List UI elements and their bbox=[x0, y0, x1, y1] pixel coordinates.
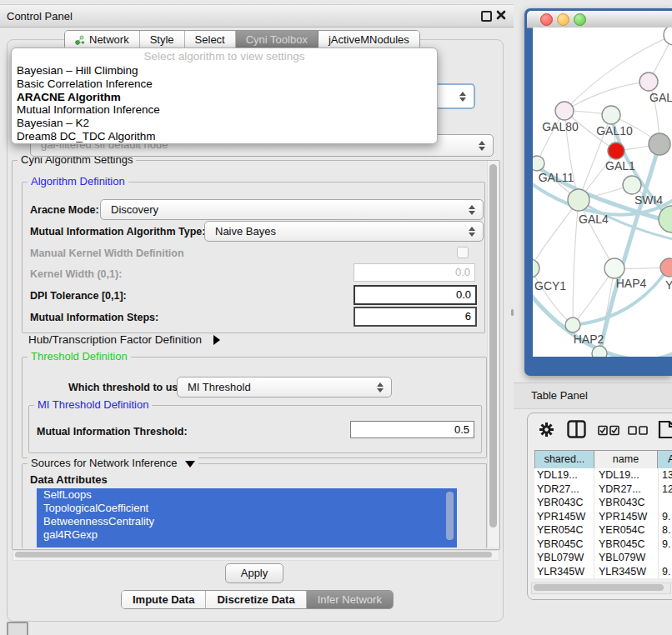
table-cell[interactable]: 9. bbox=[659, 538, 672, 552]
tab-style[interactable]: Style bbox=[140, 31, 185, 49]
table-cell[interactable]: YBR043C bbox=[594, 496, 659, 510]
network-window[interactable]: GALGAL80GAL10GAL1GAL11SWI4GAL4GCY1HAP4YH… bbox=[524, 8, 672, 376]
table-cell[interactable]: YBR045C bbox=[534, 538, 594, 552]
data-attribute-item[interactable]: SelfLoops bbox=[37, 488, 457, 502]
hub-definition-expander[interactable]: Hub/Transcription Factor Definition bbox=[28, 333, 220, 346]
window-minimize-icon[interactable] bbox=[557, 13, 569, 26]
table-cell[interactable]: YDL19... bbox=[594, 468, 659, 482]
table-row[interactable]: YDL19...YDL19...13 bbox=[534, 468, 672, 482]
table-cell[interactable]: YDL19... bbox=[534, 468, 594, 482]
network-node[interactable] bbox=[568, 189, 589, 211]
column-header-name[interactable]: name bbox=[594, 451, 658, 468]
mi-steps-field[interactable]: 6 bbox=[354, 307, 477, 327]
network-node[interactable] bbox=[555, 102, 574, 120]
settings-horizontal-scrollbar-thumb[interactable] bbox=[15, 552, 492, 558]
apply-button[interactable]: Apply bbox=[225, 563, 283, 583]
table-row[interactable]: YDR27...YDR27...12 bbox=[534, 482, 672, 497]
data-attributes-list[interactable]: SelfLoopsTopologicalCoefficientBetweenne… bbox=[37, 488, 457, 548]
network-node[interactable] bbox=[623, 176, 641, 194]
window-zoom-icon[interactable] bbox=[574, 13, 586, 26]
mi-algorithm-type-combobox[interactable]: Naive Bayes bbox=[204, 221, 484, 242]
table-cell[interactable]: YER054C bbox=[534, 523, 594, 538]
table-cell[interactable]: YBR045C bbox=[594, 538, 659, 552]
tab-cyni-toolbox[interactable]: Cyni Toolbox bbox=[236, 31, 318, 49]
table-cell[interactable]: YDR27... bbox=[534, 482, 594, 497]
table-cell[interactable]: 8. bbox=[659, 523, 672, 538]
table-cell[interactable]: YBR043C bbox=[534, 496, 594, 510]
network-canvas[interactable]: GALGAL80GAL10GAL1GAL11SWI4GAL4GCY1HAP4YH… bbox=[533, 28, 672, 357]
kernel-width-field[interactable]: 0.0 bbox=[354, 263, 475, 282]
data-attribute-item[interactable]: gal4RGexp bbox=[37, 528, 457, 542]
mi-threshold-field[interactable]: 0.5 bbox=[350, 421, 474, 438]
table-row[interactable]: YBL079WYBL079W bbox=[534, 551, 672, 565]
table-cell[interactable] bbox=[659, 496, 672, 510]
dpi-tolerance-field[interactable]: 0.0 bbox=[354, 285, 477, 305]
float-panel-icon[interactable] bbox=[481, 11, 492, 22]
network-node[interactable] bbox=[602, 106, 620, 124]
aracne-mode-combobox[interactable]: Discovery bbox=[100, 199, 484, 220]
table-row[interactable]: YER054CYER054C8. bbox=[534, 523, 672, 538]
table-cell[interactable]: YPR145W bbox=[594, 510, 659, 524]
table-cell[interactable]: YLR345W bbox=[534, 565, 594, 579]
settings-horizontal-scrollbar[interactable] bbox=[13, 550, 499, 561]
network-window-titlebar[interactable] bbox=[527, 11, 672, 28]
panel-splitter-handle[interactable] bbox=[511, 309, 514, 316]
which-threshold-combobox[interactable]: MI Threshold bbox=[177, 377, 392, 398]
data-attribute-item[interactable]: TopologicalCoefficient bbox=[37, 502, 457, 515]
table-row[interactable]: YBR045CYBR045C9. bbox=[534, 538, 672, 552]
network-node[interactable] bbox=[639, 72, 658, 91]
table-horizontal-scrollbar[interactable] bbox=[531, 582, 671, 594]
tab-infer-network[interactable]: Infer Network bbox=[307, 591, 393, 608]
algorithm-option[interactable]: Bayesian – K2 bbox=[12, 117, 437, 130]
tab-discretize-data[interactable]: Discretize Data bbox=[206, 591, 306, 608]
manual-kernel-width-checkbox[interactable] bbox=[457, 247, 469, 258]
column-header-shared[interactable]: shared... bbox=[535, 451, 594, 468]
table-row[interactable]: YPR145WYPR145W9. bbox=[534, 510, 672, 524]
table-cell[interactable] bbox=[659, 551, 672, 565]
network-node[interactable] bbox=[664, 28, 672, 45]
network-node[interactable] bbox=[608, 142, 624, 159]
network-node[interactable] bbox=[565, 318, 580, 332]
list-scrollbar-thumb[interactable] bbox=[446, 492, 454, 540]
table-cell[interactable]: YBL079W bbox=[534, 551, 594, 565]
new-table-icon[interactable] bbox=[658, 419, 672, 439]
table-row[interactable]: YLR345WYLR345W9. bbox=[534, 565, 672, 579]
algorithm-option[interactable]: Dream8 DC_TDC Algorithm bbox=[12, 130, 437, 143]
table-cell[interactable]: 9. bbox=[659, 510, 672, 524]
algorithm-option[interactable]: ARACNE Algorithm bbox=[12, 91, 437, 104]
tab-network[interactable]: Network bbox=[65, 31, 140, 49]
select-all-checkboxes-icon[interactable] bbox=[598, 425, 620, 436]
table-row[interactable]: YBR043CYBR043C bbox=[534, 496, 672, 510]
column-layout-icon[interactable] bbox=[567, 420, 586, 438]
tab-impute-data[interactable]: Impute Data bbox=[122, 591, 206, 608]
network-node[interactable] bbox=[533, 259, 539, 278]
network-node[interactable] bbox=[649, 133, 670, 155]
column-header-clipped[interactable]: A bbox=[658, 451, 672, 468]
table-body[interactable]: YDL19...YDL19...13YDR27...YDR27...12YBR0… bbox=[534, 468, 672, 578]
table-cell[interactable]: YPR145W bbox=[534, 510, 594, 524]
table-cell[interactable]: YBL079W bbox=[594, 551, 659, 565]
settings-vertical-scrollbar[interactable] bbox=[487, 161, 499, 548]
table-cell[interactable]: 13 bbox=[659, 468, 672, 482]
table-cell[interactable]: 9. bbox=[659, 565, 672, 579]
network-node[interactable] bbox=[592, 346, 607, 357]
window-close-icon[interactable] bbox=[540, 13, 553, 26]
network-node[interactable] bbox=[604, 258, 624, 278]
algorithm-option[interactable]: Basic Correlation Inference bbox=[12, 78, 437, 91]
table-settings-gear-icon[interactable] bbox=[538, 421, 555, 438]
settings-vertical-scrollbar-thumb[interactable] bbox=[489, 164, 497, 528]
table-cell[interactable]: 12 bbox=[659, 482, 672, 497]
algorithm-option[interactable]: Mutual Information Inference bbox=[12, 103, 437, 117]
close-panel-icon[interactable] bbox=[496, 10, 506, 20]
table-cell[interactable]: YER054C bbox=[594, 523, 659, 538]
table-cell[interactable]: YDR27... bbox=[594, 482, 659, 497]
table-cell[interactable]: YLR345W bbox=[594, 565, 659, 579]
deselect-all-checkboxes-icon[interactable] bbox=[628, 426, 649, 435]
tab-select[interactable]: Select bbox=[185, 31, 236, 49]
docked-panel-icon[interactable] bbox=[7, 622, 28, 635]
algorithm-option[interactable]: Bayesian – Hill Climbing bbox=[12, 64, 437, 78]
table-horizontal-scrollbar-thumb[interactable] bbox=[534, 584, 664, 591]
network-node[interactable] bbox=[533, 156, 544, 171]
collapse-down-icon[interactable] bbox=[185, 461, 195, 468]
tab-jactivemnodules[interactable]: jActiveMNodules bbox=[318, 31, 419, 49]
